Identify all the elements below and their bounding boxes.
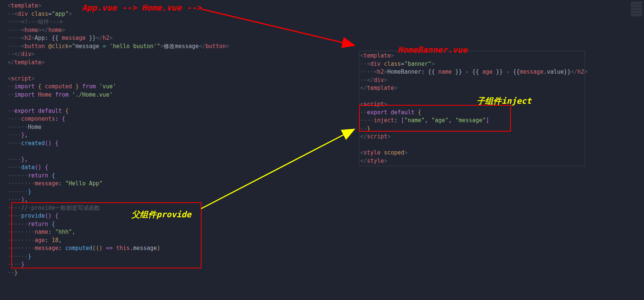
minimap[interactable] xyxy=(631,2,642,24)
label-app-home: App.vue --> Home.vue --> xyxy=(82,3,202,12)
highlight-box-inject xyxy=(359,105,511,132)
highlight-box-provide xyxy=(11,202,202,268)
label-home-banner: HomeBanner.vue xyxy=(398,45,467,55)
